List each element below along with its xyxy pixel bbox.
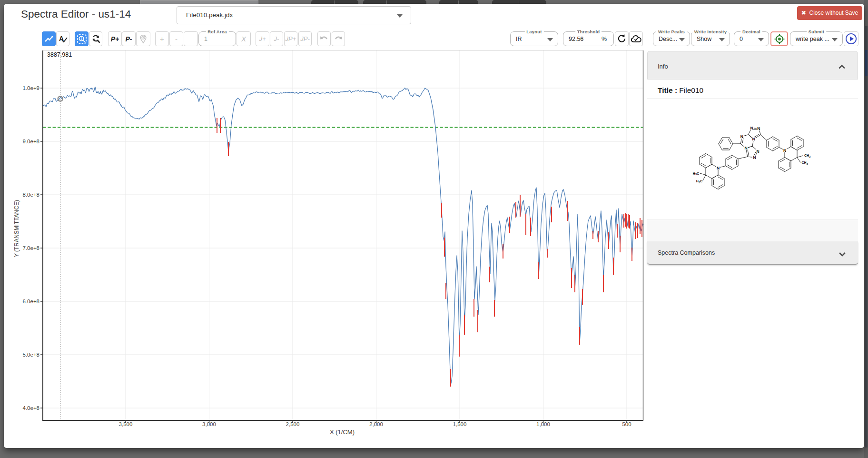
svg-text:1.0e+9: 1.0e+9	[23, 85, 40, 91]
svg-text:6.0e+8: 6.0e+8	[23, 299, 40, 304]
svg-text:7.0e+8: 7.0e+8	[23, 245, 40, 251]
svg-text:Y (TRANSMITTANCE): Y (TRANSMITTANCE)	[13, 200, 20, 257]
svg-text:4.0e+8: 4.0e+8	[23, 405, 40, 411]
svg-text:3,500: 3,500	[119, 421, 133, 427]
svg-text:1,000: 1,000	[536, 421, 550, 427]
svg-text:5.0e+8: 5.0e+8	[23, 352, 40, 358]
svg-text:3,000: 3,000	[202, 421, 216, 427]
svg-text:500: 500	[622, 421, 631, 427]
svg-text:X (1/CM): X (1/CM)	[330, 428, 355, 436]
svg-text:2,000: 2,000	[369, 421, 383, 427]
svg-text:8.0e+8: 8.0e+8	[23, 192, 40, 198]
svg-text:3887.981: 3887.981	[47, 51, 72, 58]
svg-text:2,500: 2,500	[286, 421, 300, 427]
svg-text:9.0e+8: 9.0e+8	[23, 139, 40, 144]
svg-text:1,500: 1,500	[453, 421, 467, 427]
